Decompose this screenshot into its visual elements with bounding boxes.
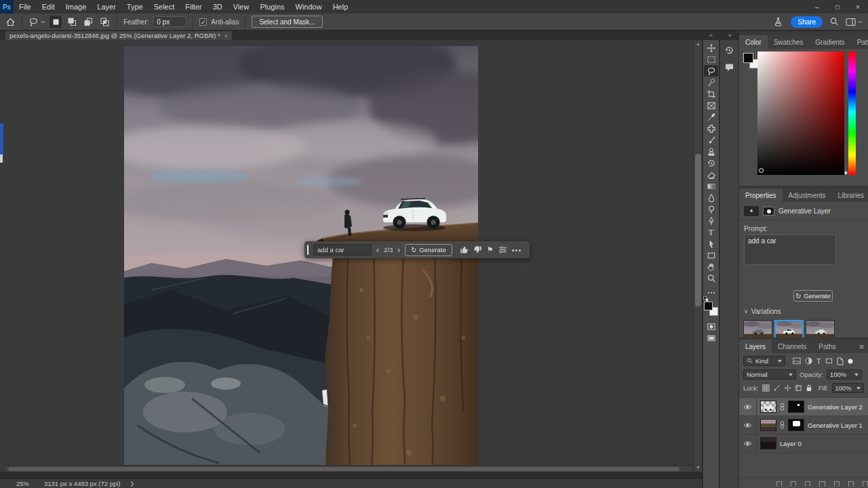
opacity-dropdown[interactable]: 100% (827, 369, 862, 380)
add-to-selection-mode-button[interactable] (66, 16, 78, 28)
brush-tool[interactable] (704, 134, 718, 146)
color-picker-ring[interactable] (759, 168, 764, 173)
path-selection-tool[interactable] (704, 238, 718, 249)
link-layers-icon[interactable] (776, 481, 782, 487)
select-and-mask-button[interactable]: Select and Mask... (252, 16, 322, 28)
layer-thumbnail[interactable] (760, 419, 776, 431)
menu-edit[interactable]: Edit (37, 0, 60, 14)
layer-row-generative-layer-1[interactable]: Generative Layer 1 (739, 416, 868, 434)
filter-shape-layers-icon[interactable] (825, 357, 833, 365)
anti-alias-checkbox[interactable]: ✓ (199, 18, 207, 26)
layer-name[interactable]: Generative Layer 1 (808, 422, 863, 429)
scroll-down-icon[interactable]: ▼ (694, 464, 703, 472)
blend-mode-dropdown[interactable]: Normal (743, 369, 796, 380)
zoom-level[interactable]: 25% (16, 480, 29, 487)
menu-3d[interactable]: 3D (208, 0, 228, 14)
status-arrow-icon[interactable]: ❯ (130, 481, 135, 487)
tab-close-icon[interactable]: × (224, 33, 228, 39)
horizontal-scrollbar[interactable] (5, 465, 693, 472)
taskbar-more-icon[interactable]: ••• (512, 246, 522, 254)
hand-tool[interactable] (704, 261, 718, 272)
rectangular-marquee-tool[interactable] (704, 54, 718, 65)
lock-position-icon[interactable] (784, 384, 791, 392)
mask-link-icon[interactable] (780, 421, 785, 429)
minimize-button[interactable]: – (807, 0, 827, 14)
move-tool[interactable] (704, 42, 718, 54)
feather-input[interactable]: 0 px (153, 16, 186, 27)
workspace-switcher-icon[interactable] (846, 18, 863, 26)
frame-tool[interactable] (704, 100, 718, 111)
document-image[interactable] (124, 46, 478, 472)
type-tool[interactable]: T (704, 226, 718, 238)
variations-header[interactable]: ∨ Variations (739, 308, 781, 315)
scroll-up-icon[interactable]: ▲ (694, 40, 703, 48)
layer-row-layer-0[interactable]: Layer 0 (739, 434, 868, 453)
quick-selection-tool[interactable] (704, 77, 718, 88)
spot-healing-brush-tool[interactable] (704, 123, 718, 134)
adjustment-layer-icon[interactable] (819, 481, 825, 487)
eyedropper-tool[interactable] (704, 111, 718, 123)
lock-artboard-icon[interactable] (795, 384, 802, 392)
thumbs-up-icon[interactable] (460, 245, 469, 254)
tab-libraries[interactable]: Libraries (832, 188, 868, 202)
tab-layers[interactable]: Layers (739, 340, 772, 353)
screen-mode-button[interactable] (704, 332, 718, 344)
layer-mask-thumbnail[interactable] (788, 401, 804, 413)
maximize-button[interactable]: □ (827, 0, 848, 14)
tab-color[interactable]: Color (739, 35, 768, 49)
vertical-scrollbar[interactable]: ▲ ▼ (693, 40, 702, 472)
menu-select[interactable]: Select (149, 0, 180, 14)
share-button[interactable]: Share (791, 16, 823, 28)
search-icon[interactable] (829, 17, 839, 26)
tab-swatches[interactable]: Swatches (768, 35, 809, 49)
filter-smart-objects-icon[interactable] (837, 357, 844, 365)
filter-adjustment-layers-icon[interactable] (805, 357, 812, 365)
menu-window[interactable]: Window (290, 0, 328, 14)
intersect-selection-mode-button[interactable] (98, 16, 111, 28)
tab-channels[interactable]: Channels (772, 340, 812, 353)
visibility-eye-icon[interactable] (742, 441, 753, 447)
lock-all-icon[interactable] (806, 384, 812, 392)
filter-type-layers-icon[interactable]: T (816, 357, 821, 365)
zoom-tool[interactable] (704, 272, 718, 284)
layer-row-generative-layer-2[interactable]: Generative Layer 2 (739, 398, 868, 416)
new-layer-icon[interactable] (848, 481, 854, 487)
thumbs-down-icon[interactable] (473, 245, 482, 254)
pen-tool[interactable] (704, 215, 718, 226)
menu-view[interactable]: View (228, 0, 255, 14)
tab-gradients[interactable]: Gradients (809, 35, 850, 49)
delete-layer-icon[interactable] (863, 481, 868, 487)
contextual-taskbar[interactable]: add a car ‹ 2/3 › ↻ Generate ⚑ ••• (304, 241, 530, 258)
hue-slider[interactable] (848, 52, 856, 175)
taskbar-settings-icon[interactable] (498, 246, 507, 253)
mask-link-icon[interactable] (780, 403, 785, 411)
gradient-tool[interactable] (704, 180, 718, 192)
beaker-icon[interactable] (774, 17, 783, 26)
dodge-tool[interactable] (704, 203, 718, 215)
tab-properties[interactable]: Properties (739, 188, 783, 202)
tab-adjustments[interactable]: Adjustments (783, 188, 832, 202)
default-colors-icon[interactable] (703, 296, 709, 302)
taskbar-drag-handle[interactable] (307, 245, 309, 255)
report-flag-icon[interactable]: ⚑ (487, 245, 494, 254)
menu-filter[interactable]: Filter (180, 0, 207, 14)
menu-plugins[interactable]: Plugins (254, 0, 290, 14)
properties-generate-button[interactable]: ↻ Generate (793, 290, 833, 302)
collapse-dock-icon[interactable]: « (728, 31, 732, 40)
layer-thumbnail[interactable] (760, 437, 776, 449)
color-field[interactable] (757, 52, 844, 175)
menu-help[interactable]: Help (328, 0, 354, 14)
history-panel-icon[interactable] (724, 45, 734, 56)
new-group-icon[interactable] (834, 481, 840, 487)
panel-menu-icon[interactable]: ≡ (856, 340, 868, 353)
filter-toggle-dot-icon[interactable] (848, 359, 853, 364)
home-icon[interactable] (5, 17, 16, 27)
visibility-eye-icon[interactable] (742, 422, 753, 428)
filter-pixel-layers-icon[interactable] (793, 357, 801, 365)
lasso-tool-preset-icon[interactable] (28, 17, 45, 27)
menu-layer[interactable]: Layer (92, 0, 121, 14)
close-button[interactable]: × (848, 0, 868, 14)
vertical-scroll-thumb[interactable] (695, 154, 701, 306)
horizontal-scroll-thumb[interactable] (8, 467, 679, 471)
taskbar-prompt-input[interactable]: add a car (313, 244, 372, 256)
